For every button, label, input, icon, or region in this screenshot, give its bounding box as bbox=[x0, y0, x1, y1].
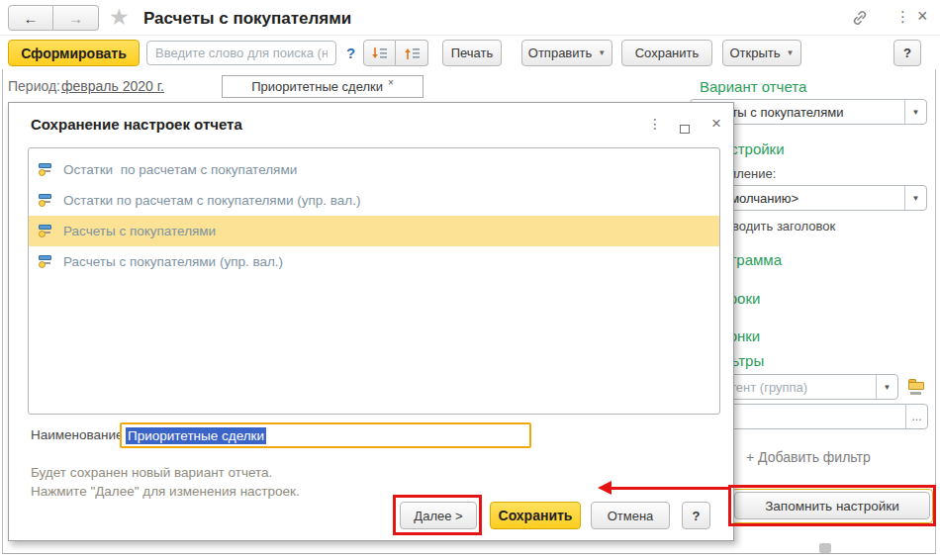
list-item-selected[interactable]: Расчеты с покупателями bbox=[29, 216, 719, 246]
chevron-down-icon: ▼ bbox=[787, 49, 795, 57]
info-line-2: Нажмите "Далее" для изменения настроек. bbox=[31, 484, 300, 499]
annotation-box-next-button bbox=[393, 495, 482, 535]
print-button[interactable]: Печать bbox=[442, 40, 502, 66]
info-line-1: Будет сохранен новый вариант отчета. bbox=[31, 465, 272, 480]
sort-button-group bbox=[363, 40, 428, 66]
search-input[interactable] bbox=[146, 41, 336, 65]
tag-close-icon[interactable]: × bbox=[388, 77, 394, 88]
send-button[interactable]: Отправить▼ bbox=[521, 40, 612, 66]
add-filter-link[interactable]: + Добавить фильтр bbox=[746, 449, 871, 465]
sort-descending-icon bbox=[371, 47, 388, 60]
list-item[interactable]: Остатки по расчетам с покупателями bbox=[29, 154, 719, 185]
report-variant-icon bbox=[39, 193, 55, 208]
ellipsis-button[interactable]: ... bbox=[905, 405, 927, 428]
sort-ascending-button[interactable] bbox=[396, 40, 428, 66]
name-label: Наименование: bbox=[31, 427, 127, 442]
report-variant-icon bbox=[39, 224, 55, 238]
list-item[interactable]: Остатки по расчетам с покупателями (упр.… bbox=[29, 185, 719, 216]
dialog-title: Сохранение настроек отчета bbox=[31, 116, 242, 133]
report-variant-list: Остатки по расчетам с покупателями Остат… bbox=[28, 147, 720, 415]
chevron-down-icon: ▼ bbox=[598, 49, 606, 57]
forward-arrow-icon: → bbox=[68, 10, 83, 27]
period-value-link[interactable]: февраль 2020 г. bbox=[61, 78, 164, 94]
splitter-grip[interactable] bbox=[819, 543, 831, 553]
dialog-more-icon[interactable]: ⋮ bbox=[648, 117, 662, 131]
get-link-icon[interactable] bbox=[851, 9, 869, 27]
saved-setting-tag[interactable]: Приоритетные сделки × bbox=[222, 75, 423, 98]
help-button[interactable]: ? bbox=[893, 40, 921, 66]
chevron-down-icon[interactable]: ▼ bbox=[904, 186, 926, 210]
chevron-down-icon[interactable]: ▼ bbox=[904, 100, 926, 124]
titlebar-divider bbox=[0, 35, 940, 36]
sort-ascending-icon bbox=[404, 47, 421, 60]
back-arrow-icon: ← bbox=[24, 10, 39, 27]
dialog-save-button[interactable]: Сохранить bbox=[490, 502, 581, 529]
annotation-arrow-head bbox=[598, 481, 611, 495]
cancel-button[interactable]: Отмена bbox=[591, 502, 670, 529]
forward-button[interactable]: → bbox=[53, 5, 99, 31]
back-button[interactable]: ← bbox=[8, 5, 53, 31]
dialog-maximize-icon[interactable] bbox=[680, 120, 690, 138]
name-input[interactable]: Приоритетные сделки bbox=[120, 422, 531, 448]
chevron-down-icon[interactable]: ▼ bbox=[876, 375, 897, 399]
nav-history-group: ← → bbox=[8, 5, 99, 31]
choose-from-list-icon[interactable] bbox=[908, 379, 926, 394]
more-menu-icon[interactable]: ⋮ bbox=[895, 9, 910, 24]
variant-heading[interactable]: Вариант отчета bbox=[700, 78, 806, 95]
period-label: Период: bbox=[8, 78, 60, 94]
save-settings-dialog: Сохранение настроек отчета ⋮ × Остатки п… bbox=[8, 102, 734, 541]
dialog-close-icon[interactable]: × bbox=[711, 115, 721, 132]
open-button[interactable]: Открыть▼ bbox=[722, 40, 801, 66]
tag-label: Приоритетные сделки bbox=[251, 79, 383, 94]
window-close-icon[interactable]: × bbox=[917, 7, 928, 25]
list-item[interactable]: Расчеты с покупателями (упр. вал.) bbox=[29, 246, 719, 277]
annotation-box-remember-button bbox=[728, 485, 936, 526]
save-button[interactable]: Сохранить bbox=[621, 40, 712, 66]
page-title: Расчеты с покупателями bbox=[143, 9, 351, 29]
favorite-star-icon[interactable]: ★ bbox=[109, 6, 130, 29]
sort-descending-button[interactable] bbox=[363, 40, 396, 66]
dialog-help-button[interactable]: ? bbox=[682, 502, 710, 529]
report-variant-icon bbox=[39, 254, 55, 269]
name-selected-text: Приоритетные сделки bbox=[126, 427, 266, 444]
annotation-arrow-line bbox=[610, 487, 729, 490]
generate-report-button[interactable]: Сформировать bbox=[8, 40, 140, 66]
report-variant-icon bbox=[39, 162, 55, 177]
app-window: ← → ★ Расчеты с покупателями ⋮ × Сформир… bbox=[0, 0, 940, 560]
search-help-icon[interactable]: ? bbox=[346, 45, 355, 61]
